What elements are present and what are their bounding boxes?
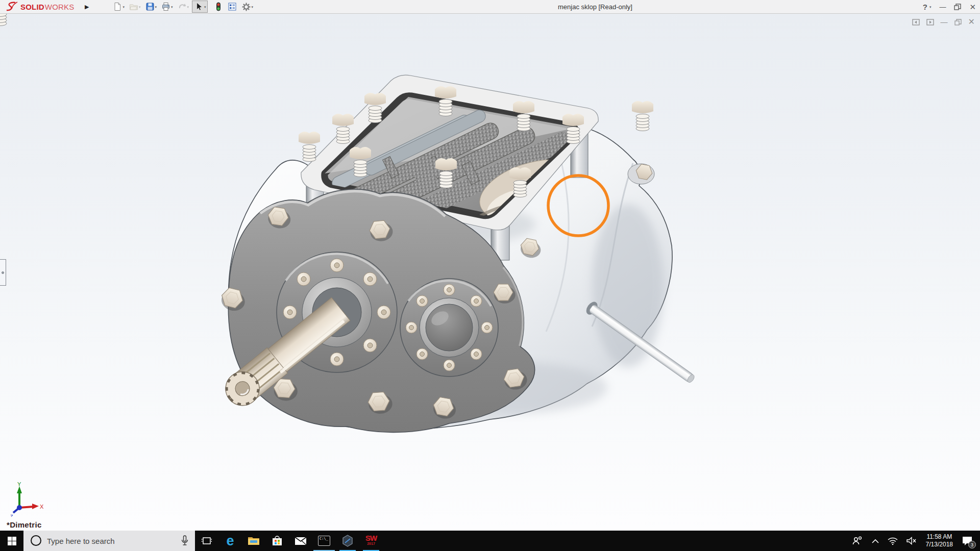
wifi-button[interactable]: [885, 531, 900, 551]
dropdown-caret[interactable]: ▾: [155, 5, 157, 9]
window-controls: ? ▾ — ✕: [923, 0, 976, 14]
dropdown-caret[interactable]: ▾: [187, 5, 189, 9]
brand-text-bold: SOLID: [20, 3, 44, 11]
clock-time: 11:58 AM: [926, 533, 953, 541]
mail-icon: [295, 537, 307, 545]
taskbar-search[interactable]: [23, 531, 195, 551]
help-dropdown-caret[interactable]: ▾: [929, 5, 932, 9]
command-prompt-icon: C:\_: [318, 536, 330, 546]
show-hidden-icons-button[interactable]: [869, 531, 881, 551]
minimize-button[interactable]: —: [939, 4, 946, 10]
brand-text-light: WORKS: [45, 3, 75, 11]
quick-toolbar: ▾ ▾ ▾ ▾ ▾: [111, 1, 255, 13]
triad-x-label: X: [40, 504, 44, 510]
dropdown-caret[interactable]: ▾: [252, 5, 254, 9]
save-floppy-icon: [145, 2, 155, 11]
undo-button[interactable]: ▾: [176, 1, 191, 12]
menu-flyout-arrow-icon[interactable]: ▶: [81, 3, 93, 11]
chevron-up-icon: [872, 539, 879, 543]
start-button[interactable]: [0, 531, 23, 551]
view-orientation-label: *Dimetric: [7, 520, 42, 529]
triad-z-label: Z: [10, 514, 13, 517]
taskbar-app-command-prompt[interactable]: C:\_: [312, 531, 336, 551]
solidworks-logo: SOLID WORKS: [0, 2, 81, 12]
graphics-viewport[interactable]: — ✕: [0, 14, 980, 531]
file-explorer-icon: [248, 536, 260, 546]
people-icon: [852, 536, 863, 545]
display-properties-icon: [228, 2, 237, 11]
solidworks-icon-label: SW: [365, 535, 377, 541]
taskbar-app-store[interactable]: [265, 531, 289, 551]
microphone-icon[interactable]: [181, 535, 189, 546]
taskbar-app-edrawings[interactable]: [336, 531, 359, 551]
display-properties-button[interactable]: [226, 1, 238, 12]
system-tray: 11:58 AM 7/13/2018 3: [849, 531, 980, 551]
windows-taskbar: e C:\_: [0, 531, 980, 551]
taskbar-clock[interactable]: 11:58 AM 7/13/2018: [923, 533, 956, 548]
dropdown-caret[interactable]: ▾: [122, 5, 125, 9]
options-gear-icon: [241, 2, 251, 12]
rebuild-traffic-light-icon: [214, 2, 223, 11]
select-cursor-icon: [193, 2, 204, 12]
clock-date: 7/13/2018: [926, 541, 953, 548]
wifi-icon: [888, 537, 898, 545]
save-button[interactable]: ▾: [144, 1, 159, 12]
options-button[interactable]: ▾: [240, 1, 255, 13]
spring-studs: [0, 14, 11, 26]
dropdown-caret[interactable]: ▾: [171, 5, 173, 9]
taskbar-app-solidworks[interactable]: SW 2017: [359, 531, 383, 551]
rebuild-button[interactable]: [212, 1, 225, 12]
solidworks-taskbar-icon: SW 2017: [365, 535, 377, 546]
select-tool-button[interactable]: ▾: [192, 1, 208, 13]
triad-y-label: Y: [17, 481, 21, 487]
new-document-button[interactable]: ▾: [111, 1, 126, 12]
solidworks-logo-icon: [5, 2, 18, 12]
task-view-icon: [202, 536, 212, 545]
new-document-icon: [113, 2, 122, 11]
action-center-button[interactable]: 3: [960, 531, 977, 551]
print-button[interactable]: ▾: [160, 1, 175, 12]
cortana-icon: [31, 535, 41, 546]
taskbar-app-mail[interactable]: [289, 531, 312, 551]
titlebar: SOLID WORKS ▶ ▾ ▾ ▾: [0, 0, 980, 14]
windows-logo-icon: [8, 537, 16, 545]
side-hex-plug: [628, 163, 654, 184]
notification-badge: 3: [968, 541, 976, 548]
taskbar-app-file-explorer[interactable]: [242, 531, 265, 551]
volume-button[interactable]: [904, 531, 919, 551]
people-button[interactable]: [849, 531, 866, 551]
search-input[interactable]: [23, 531, 195, 551]
volume-muted-icon: [906, 537, 917, 545]
reference-triad: Y X Z: [8, 481, 44, 517]
taskbar-app-edge[interactable]: e: [218, 531, 242, 551]
solidworks-icon-year: 2017: [367, 541, 375, 546]
edge-icon: e: [226, 534, 234, 548]
window-title: menjac sklop [Read-only]: [558, 3, 632, 11]
task-view-button[interactable]: [195, 531, 218, 551]
close-button[interactable]: ✕: [969, 4, 976, 10]
dropdown-caret[interactable]: ▾: [139, 5, 141, 9]
restore-button[interactable]: [954, 4, 961, 10]
open-folder-icon: [129, 2, 138, 11]
command-prompt-label: C:\_: [320, 537, 328, 541]
edrawings-hexagon-icon: [341, 535, 354, 547]
dropdown-caret[interactable]: ▾: [204, 5, 206, 9]
undo-icon: [178, 2, 187, 11]
help-button[interactable]: ?: [923, 3, 927, 11]
store-icon: [272, 535, 282, 546]
open-document-button[interactable]: ▾: [128, 1, 142, 12]
gearbox-3d-model[interactable]: [0, 14, 980, 531]
print-icon: [161, 2, 170, 11]
